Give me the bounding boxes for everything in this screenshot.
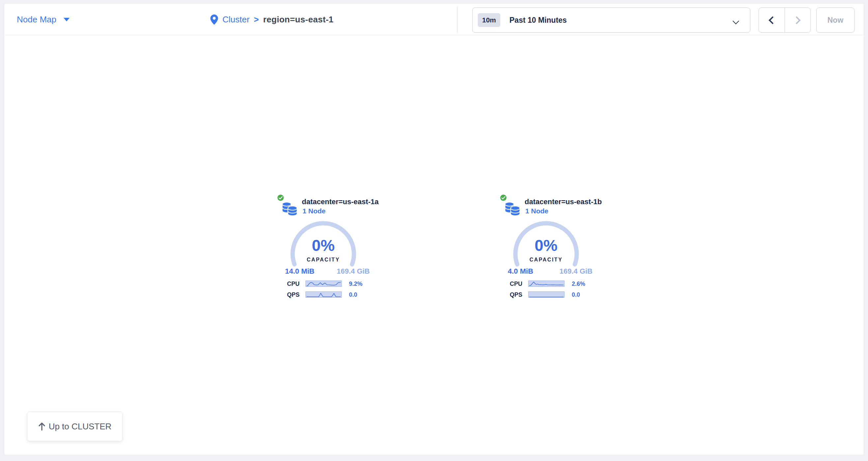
time-next-button[interactable] bbox=[785, 8, 811, 32]
capacity-percent: 0% bbox=[290, 236, 356, 255]
time-nav-group bbox=[758, 7, 811, 33]
capacity-values-row: 14.0 MiB 169.4 GiB bbox=[285, 267, 370, 275]
datacenter-card-us-east-1a[interactable]: datacenter=us-east-1a 1 Node 0% CAPACITY… bbox=[277, 194, 402, 306]
capacity-gauge: 0% CAPACITY bbox=[513, 221, 579, 287]
qps-value: 0.0 bbox=[349, 291, 357, 298]
qps-sparkline bbox=[306, 291, 342, 298]
database-stack-icon bbox=[505, 200, 520, 216]
cpu-row: CPU 2.6% bbox=[500, 281, 608, 287]
capacity-total: 169.4 GiB bbox=[560, 267, 592, 275]
time-window-label: Past 10 Minutes bbox=[509, 16, 567, 25]
node-map-panel: Node Map Cluster > region=us-east-1 10m … bbox=[4, 3, 864, 455]
breadcrumb-separator: > bbox=[254, 14, 259, 25]
capacity-label: CAPACITY bbox=[290, 257, 356, 263]
cpu-sparkline bbox=[306, 281, 342, 287]
time-window-badge: 10m bbox=[478, 13, 500, 27]
view-selector-label: Node Map bbox=[17, 14, 56, 25]
capacity-gauge: 0% CAPACITY bbox=[290, 221, 356, 287]
now-button[interactable]: Now bbox=[816, 7, 855, 33]
capacity-used: 4.0 MiB bbox=[508, 267, 533, 275]
now-button-label: Now bbox=[828, 16, 844, 25]
up-to-cluster-label: Up to CLUSTER bbox=[49, 422, 112, 432]
caret-down-icon bbox=[64, 18, 69, 22]
datacenter-name: datacenter=us-east-1a bbox=[302, 198, 379, 206]
breadcrumb-current: region=us-east-1 bbox=[263, 14, 334, 25]
capacity-label: CAPACITY bbox=[513, 257, 579, 263]
cpu-label: CPU bbox=[277, 281, 300, 288]
capacity-total: 169.4 GiB bbox=[337, 267, 370, 275]
database-stack-icon bbox=[282, 200, 297, 216]
cpu-row: CPU 9.2% bbox=[277, 281, 385, 287]
qps-row: QPS 0.0 bbox=[500, 291, 608, 298]
capacity-percent: 0% bbox=[513, 236, 579, 255]
header-divider bbox=[457, 7, 457, 33]
qps-value: 0.0 bbox=[572, 291, 580, 298]
qps-sparkline bbox=[528, 291, 564, 298]
capacity-used: 14.0 MiB bbox=[285, 267, 314, 275]
qps-label: QPS bbox=[277, 291, 300, 298]
location-pin-icon bbox=[210, 14, 218, 25]
cpu-sparkline bbox=[528, 281, 564, 287]
cpu-value: 2.6% bbox=[572, 281, 585, 288]
qps-label: QPS bbox=[500, 291, 522, 298]
datacenter-node-count: 1 Node bbox=[525, 207, 548, 215]
header-bar: Node Map Cluster > region=us-east-1 10m … bbox=[4, 4, 864, 35]
chevron-down-icon bbox=[733, 18, 739, 24]
arrow-up-icon bbox=[38, 422, 45, 431]
datacenter-node-count: 1 Node bbox=[303, 207, 326, 215]
cpu-label: CPU bbox=[500, 281, 522, 288]
qps-row: QPS 0.0 bbox=[277, 291, 385, 298]
up-to-cluster-button[interactable]: Up to CLUSTER bbox=[27, 411, 123, 441]
time-prev-button[interactable] bbox=[759, 8, 785, 32]
datacenter-name: datacenter=us-east-1b bbox=[525, 198, 602, 206]
capacity-values-row: 4.0 MiB 169.4 GiB bbox=[508, 267, 592, 275]
breadcrumb: Cluster > region=us-east-1 bbox=[210, 4, 334, 35]
datacenter-card-us-east-1b[interactable]: datacenter=us-east-1b 1 Node 0% CAPACITY… bbox=[500, 194, 625, 306]
breadcrumb-cluster-link[interactable]: Cluster bbox=[222, 14, 249, 25]
view-selector-dropdown[interactable]: Node Map bbox=[17, 4, 69, 35]
cpu-value: 9.2% bbox=[349, 281, 363, 288]
chevron-left-icon bbox=[769, 16, 777, 24]
chevron-right-icon bbox=[793, 16, 801, 24]
time-window-dropdown[interactable]: 10m Past 10 Minutes bbox=[472, 7, 750, 33]
